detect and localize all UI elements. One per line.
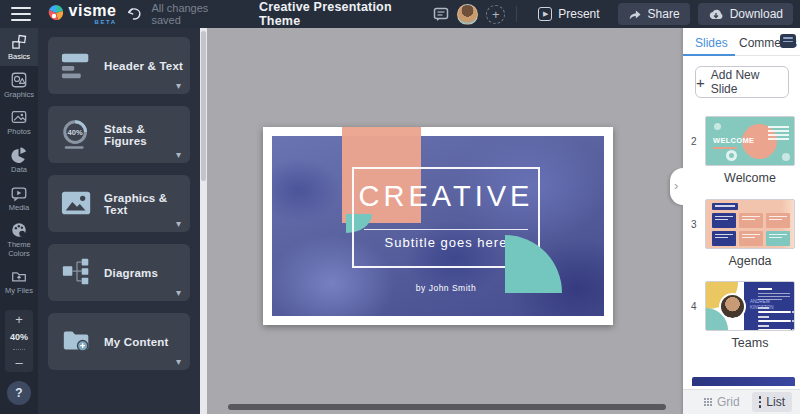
decorative-circle [714,123,721,130]
help-button[interactable]: ? [7,381,31,405]
sidebar-item-photos[interactable]: Photos [0,103,38,141]
decorative-bar [758,329,791,332]
zoom-in-button[interactable]: + [15,314,23,325]
sidebar-item-basics[interactable]: Basics [0,28,38,66]
slide-thumbnail-partial[interactable] [692,377,795,386]
sidebar-item-graphics[interactable]: Graphics [0,66,38,104]
slide-thumbnail-agenda[interactable] [705,199,795,249]
present-button[interactable]: ▶ Present [528,3,609,25]
document-title[interactable]: Creative Presentation Theme [259,0,433,28]
slide-overlay: CREATIVE Subtitle goes here by John Smit… [272,136,604,316]
list-icon [759,396,762,408]
agenda-tile-grid [712,213,790,246]
panel-card-header-text[interactable]: Header & Text ▾ [48,37,190,94]
avatar[interactable] [457,4,478,25]
decorative-line [758,296,790,297]
beta-badge: BETA [69,19,117,25]
basics-panel: Header & Text ▾ 40% Stats & Figures ▾ Gr… [38,28,207,414]
slide-thumbnail-row: 3 Agenda [691,199,795,267]
graphics-icon [10,71,28,89]
zoom-out-button[interactable]: – [15,357,22,368]
decorative-text-lines [768,126,789,142]
decorative-line [758,325,769,327]
menu-icon[interactable] [11,7,31,21]
agenda-tile [739,231,763,246]
agenda-tile [766,213,790,228]
undo-icon[interactable] [126,7,141,21]
basics-icon [10,33,28,51]
decorative-bar [758,320,791,323]
visme-logo[interactable]: visme BETA [46,3,117,25]
slides-panel: Slides Comments + Add New Slide › 2 WELC… [683,28,800,414]
zoom-divider [13,349,25,350]
agenda-tile [766,231,790,246]
caret-down-icon[interactable]: ▾ [176,80,181,91]
slide-label: Teams [705,336,795,350]
slide-thumbnail-row: 2 WELCOME Welcome [691,116,795,184]
decorative-ring [726,150,737,161]
media-icon [10,184,28,202]
sidebar-item-my-files[interactable]: My Files [0,262,38,300]
files-folder-icon [10,267,28,285]
sidebar-item-data[interactable]: Data [0,141,38,179]
visme-logo-icon [46,3,66,23]
decorative-circle [782,153,790,161]
zoom-level: 40% [10,332,28,342]
slide-thumbnail-welcome[interactable]: WELCOME [705,116,795,166]
photos-icon [10,108,28,126]
plus-icon: + [696,74,705,91]
comments-icon[interactable] [433,7,449,22]
text-lines-icon [61,49,93,81]
panel-card-graphics-text[interactable]: Graphics & Text ▾ [48,175,190,232]
pie-chart-icon [10,146,28,164]
share-button[interactable]: Share [618,3,690,25]
view-toggle-bar: Grid List [683,389,800,414]
tab-slides[interactable]: Slides [695,36,728,50]
slides-panel-header: Slides Comments [683,28,800,56]
panel-collapse-handle[interactable]: › [670,168,683,205]
panel-card-my-content[interactable]: My Content ▾ [48,313,190,370]
panel-scrollbar[interactable] [200,28,207,414]
play-icon: ▶ [538,7,552,21]
slide-thumbnail-row: 4 ANDREW KINGSTON Teams [691,281,795,349]
team-member-photo [719,293,746,320]
visme-editor-window: visme BETA All changes saved Creative Pr… [0,0,800,414]
slide-title-divider [364,229,528,230]
sidebar-item-media[interactable]: Media [0,179,38,217]
svg-text:40%: 40% [68,128,83,137]
download-button[interactable]: Download [698,3,793,25]
image-icon [61,187,93,219]
add-collaborator-button[interactable]: + [486,5,505,24]
grid-view-button[interactable]: Grid [697,392,747,412]
caret-down-icon[interactable]: ▾ [176,356,181,367]
slide-title[interactable]: CREATIVE [352,180,540,213]
slide-thumbnail-teams[interactable]: ANDREW KINGSTON [705,281,795,331]
palette-icon [10,221,28,239]
sidebar-item-theme-colors[interactable]: Theme Colors [0,216,38,262]
slide-label: Welcome [705,171,795,185]
save-status: All changes saved [151,2,239,26]
caret-down-icon[interactable]: ▾ [176,218,181,229]
zoom-control: + 40% – [5,310,33,372]
list-view-button[interactable]: List [752,392,792,412]
slide-canvas[interactable]: CREATIVE Subtitle goes here by John Smit… [263,127,613,325]
slide-byline[interactable]: by John Smith [352,283,540,293]
agenda-tile [712,213,736,228]
agenda-tile [739,213,763,228]
caret-down-icon[interactable]: ▾ [176,287,181,298]
panel-options-icon[interactable] [780,34,796,48]
decorative-bar [758,311,791,314]
team-member-name: ANDREW KINGSTON [750,299,770,311]
caret-down-icon[interactable]: ▾ [176,149,181,160]
add-new-slide-button[interactable]: + Add New Slide [695,66,789,98]
canvas-horizontal-scrollbar[interactable] [228,404,666,410]
slide-number: 2 [691,136,704,147]
folder-plus-icon [61,325,93,357]
slide-label: Agenda [705,254,795,268]
decorative-line [758,293,790,294]
panel-card-stats-figures[interactable]: 40% Stats & Figures ▾ [48,106,190,163]
panel-card-diagrams[interactable]: Diagrams ▾ [48,244,190,301]
slide-number: 4 [691,301,704,312]
decorative-line [713,147,737,149]
decorative-line [758,316,769,318]
